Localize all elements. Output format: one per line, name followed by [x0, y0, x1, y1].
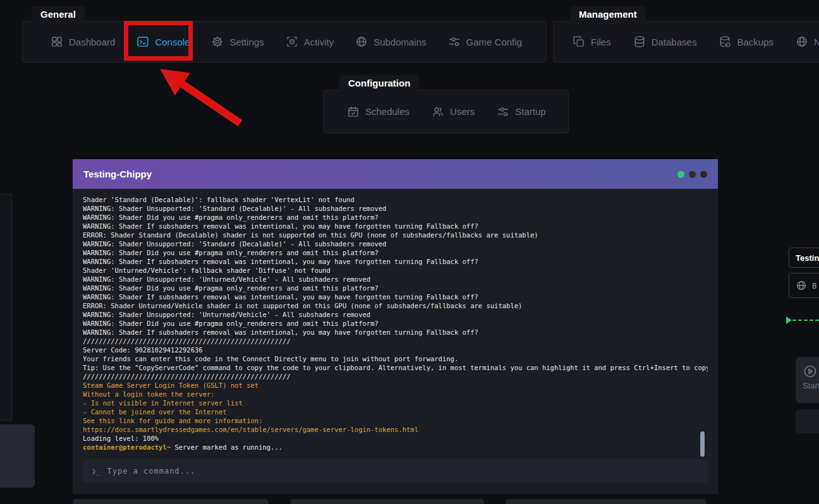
console-line: Shader 'Unturned/Vehicle': fallback shad… — [83, 266, 708, 275]
nav-item-label: Game Config — [466, 37, 522, 47]
calendar-icon — [347, 105, 360, 118]
console-line: WARNING: Shader Unsupported: 'Standard (… — [83, 239, 708, 248]
nav-item-network[interactable]: Network — [796, 35, 819, 48]
power-indicator-dots — [677, 171, 707, 177]
nav-item-files[interactable]: Files — [573, 35, 611, 48]
annotation-arrow-icon — [152, 60, 253, 129]
console-line: Steam Game Server Login Token (GSLT) not… — [83, 381, 708, 390]
console-line: ////////////////////////////////////////… — [83, 372, 708, 381]
power-dot — [700, 171, 707, 177]
command-input[interactable]: ❯_ Type a command... — [83, 459, 708, 483]
nav-item-label: Activity — [304, 37, 334, 47]
container-prompt: container@pterodactyl~ — [83, 443, 171, 451]
play-circle-icon — [803, 364, 818, 379]
console-line: Server Code: 90281029412292636 — [83, 345, 708, 354]
console-line: WARNING: Shader If subshaders removal wa… — [83, 257, 708, 266]
console-line: WARNING: Shader Unsupported: 'Unturned/V… — [83, 310, 708, 319]
console-line: ERROR: Shader Unturned/Vehicle shader is… — [83, 301, 708, 310]
nav-item-label: Schedules — [365, 106, 410, 117]
console-line: ////////////////////////////////////////… — [83, 337, 708, 345]
console-line: WARNING: Shader Did you use #pragma only… — [83, 213, 708, 222]
command-prompt-icon: ❯_ — [92, 467, 100, 476]
console-line: See this link for guide and more informa… — [83, 416, 708, 425]
console-line: Shader 'Standard (Decalable)': fallback … — [83, 195, 708, 204]
sidebar-server-address: 8 — [789, 273, 819, 298]
globe-icon — [355, 35, 368, 48]
nav-item-label: Subdomains — [373, 37, 426, 47]
console-line: Without a login token the server: — [83, 390, 708, 399]
annotation-highlight-box — [124, 21, 193, 61]
console-line: Your friends can enter this code in the … — [83, 354, 708, 363]
start-button-label: Start — [803, 381, 819, 390]
nav-item-label: Startup — [515, 106, 545, 117]
files-icon — [573, 35, 585, 48]
backup-icon — [719, 35, 731, 48]
nav-item-dashboard[interactable]: Dashboard — [51, 35, 115, 48]
gear-icon — [211, 35, 224, 48]
dashboard-icon — [51, 35, 63, 48]
power-dot — [689, 171, 696, 177]
nav-item-label: Settings — [229, 37, 264, 47]
nav-item-label: Users — [450, 106, 475, 117]
sidebar-address-text: 8 — [812, 281, 816, 291]
globe-icon — [796, 35, 808, 48]
nav-item-users[interactable]: Users — [432, 105, 475, 118]
terminal-output[interactable]: Shader 'Standard (Decalable)': fallback … — [73, 189, 718, 458]
nav-group-configuration: Configuration SchedulesUsersStartup — [324, 90, 569, 133]
nav-item-schedules[interactable]: Schedules — [347, 105, 410, 118]
terminal-scrollbar[interactable] — [700, 431, 705, 457]
console-line: Loading level: 100% — [83, 434, 708, 443]
graph-dashed-line — [792, 320, 819, 321]
console-line: Tip: Use the "CopyServerCode" command to… — [83, 363, 708, 372]
nav-item-subdomains[interactable]: Subdomains — [355, 35, 426, 48]
sidebar-server-name: Testing-Chippy — [789, 248, 819, 268]
server-title: Testing-Chippy — [73, 169, 152, 179]
nav-item-label: Files — [591, 37, 611, 47]
status-graph-line — [786, 316, 819, 324]
console-line: - Is not visible in Internet server list — [83, 399, 708, 407]
console-panel: Testing-Chippy Shader 'Standard (Decalab… — [73, 159, 718, 494]
console-line: WARNING: Shader Did you use #pragma only… — [83, 284, 708, 292]
users-icon — [432, 105, 444, 118]
console-line: ERROR: Shader Standard (Decalable) shade… — [83, 231, 708, 239]
stat-card-top-3 — [506, 499, 707, 504]
sidebar-secondary-button[interactable] — [796, 409, 819, 433]
nav-item-label: Backups — [737, 37, 774, 47]
console-line: https://docs.smartlydressedgames.com/en/… — [83, 425, 708, 434]
nav-item-game-config[interactable]: Game Config — [448, 35, 522, 48]
nav-item-settings[interactable]: Settings — [211, 35, 264, 48]
nav-item-startup[interactable]: Startup — [497, 105, 545, 118]
nav-items: SchedulesUsersStartup — [324, 90, 568, 133]
console-line: WARNING: Shader Did you use #pragma only… — [83, 248, 708, 257]
start-button[interactable]: Start — [796, 357, 819, 403]
sliders-icon — [448, 35, 461, 48]
graph-play-icon — [786, 316, 792, 324]
sliders-icon — [497, 105, 509, 118]
nav-item-label: Network — [814, 37, 819, 47]
nav-item-label: Dashboard — [69, 37, 115, 47]
database-icon — [633, 35, 646, 48]
console-line: WARNING: Shader Unsupported: 'Unturned/V… — [83, 275, 708, 284]
left-clipped-panel — [0, 194, 12, 421]
left-clipped-card — [0, 424, 35, 488]
console-line: WARNING: Shader Did you use #pragma only… — [83, 319, 708, 328]
activity-icon — [286, 35, 298, 48]
console-line: - Cannot be joined over the Internet — [83, 407, 708, 416]
nav-item-activity[interactable]: Activity — [286, 35, 334, 48]
command-input-placeholder: Type a command... — [107, 467, 195, 476]
console-line: WARNING: Shader Unsupported: 'Standard (… — [83, 204, 708, 213]
power-dot — [677, 171, 684, 177]
nav-group-general: General DashboardConsoleSettingsActivity… — [22, 21, 547, 63]
console-line: WARNING: Shader If subshaders removal wa… — [83, 328, 708, 337]
console-line: WARNING: Shader If subshaders removal wa… — [83, 222, 708, 231]
globe-icon — [796, 280, 807, 291]
nav-item-label: Databases — [652, 37, 697, 47]
nav-items: FilesDatabasesBackupsNetwork — [554, 21, 819, 62]
stat-card-top-1 — [73, 499, 269, 504]
console-line: container@pterodactyl~ Server marked as … — [83, 443, 708, 452]
console-panel-header: Testing-Chippy — [73, 159, 718, 189]
nav-items: DashboardConsoleSettingsActivitySubdomai… — [23, 21, 546, 62]
nav-item-databases[interactable]: Databases — [633, 35, 697, 48]
nav-group-management: Management FilesDatabasesBackupsNetwork — [553, 21, 819, 63]
nav-item-backups[interactable]: Backups — [719, 35, 774, 48]
